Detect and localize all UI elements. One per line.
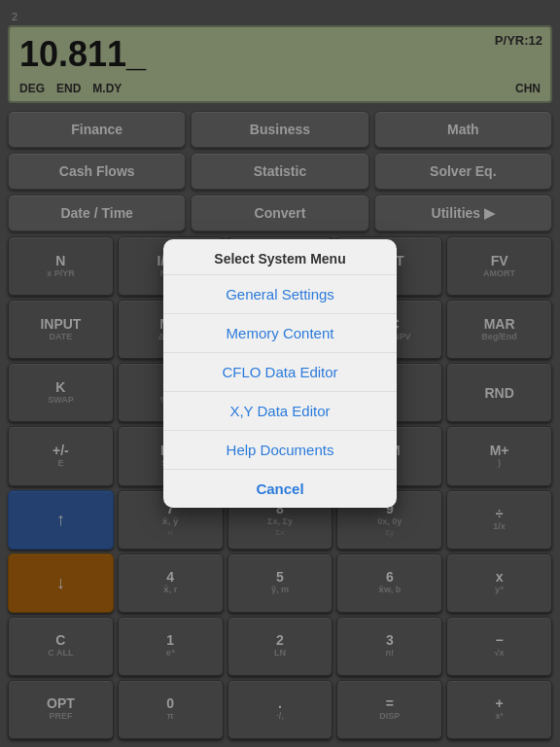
system-menu-modal: Select System Menu General Settings Memo… xyxy=(163,239,397,508)
menu-help-documents[interactable]: Help Documents xyxy=(163,431,397,470)
menu-xy-data-editor[interactable]: X,Y Data Editor xyxy=(163,392,397,431)
modal-overlay[interactable]: Select System Menu General Settings Memo… xyxy=(0,0,560,747)
menu-memory-content[interactable]: Memory Content xyxy=(163,314,397,353)
menu-general-settings[interactable]: General Settings xyxy=(163,275,397,314)
modal-title: Select System Menu xyxy=(163,239,397,275)
modal-cancel-button[interactable]: Cancel xyxy=(163,470,397,508)
menu-cflo-data-editor[interactable]: CFLO Data Editor xyxy=(163,353,397,392)
